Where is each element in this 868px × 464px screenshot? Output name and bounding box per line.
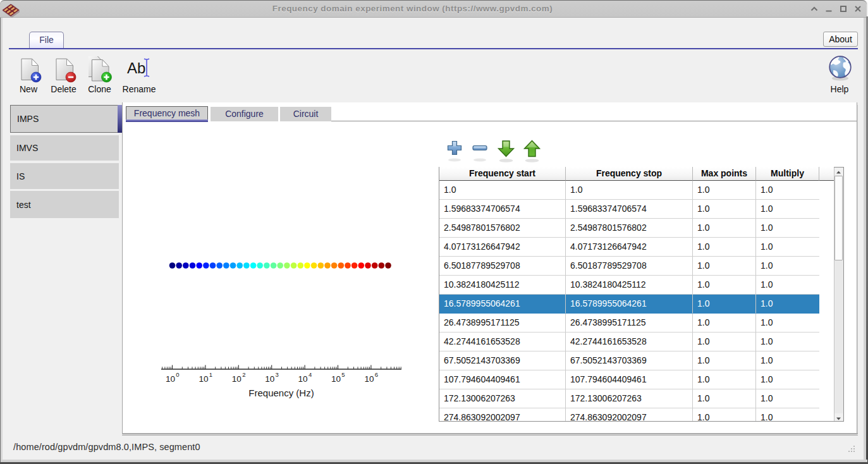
svg-text:3: 3 [276, 371, 279, 378]
svg-text:5: 5 [341, 371, 345, 378]
svg-text:10: 10 [265, 374, 274, 384]
svg-text:Frequency (Hz): Frequency (Hz) [248, 388, 314, 398]
svg-text:10: 10 [166, 374, 175, 384]
svg-text:1: 1 [209, 371, 212, 378]
svg-text:4: 4 [309, 371, 312, 378]
svg-text:6: 6 [375, 371, 378, 378]
svg-text:0: 0 [176, 371, 179, 378]
svg-text:10: 10 [364, 374, 374, 384]
svg-text:10: 10 [199, 374, 208, 384]
svg-text:10: 10 [331, 374, 341, 384]
svg-text:2: 2 [242, 371, 245, 378]
svg-text:10: 10 [298, 374, 308, 384]
svg-text:10: 10 [232, 374, 241, 384]
